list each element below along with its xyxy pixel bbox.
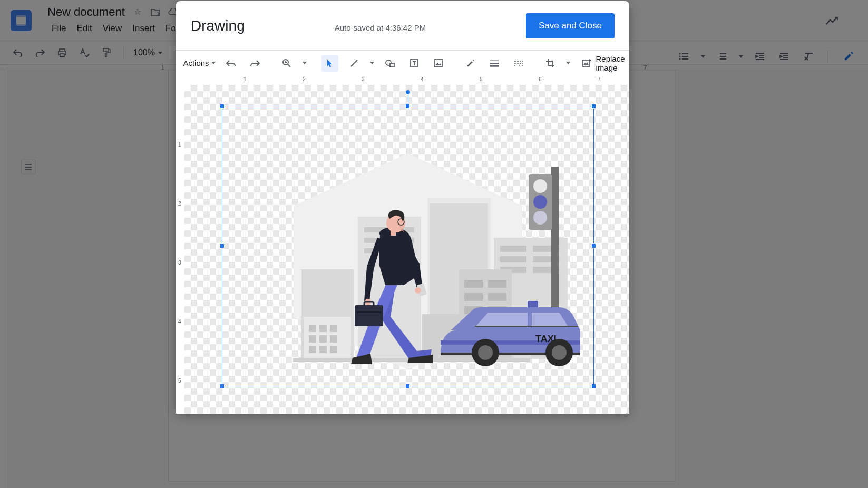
select-tool-icon[interactable] <box>321 55 338 72</box>
resize-handle-r[interactable] <box>591 243 596 248</box>
textbox-tool-icon[interactable] <box>406 55 423 72</box>
resize-handle-tl[interactable] <box>220 104 225 109</box>
canvas-horizontal-ruler: 1 2 3 4 5 6 7 <box>184 75 629 85</box>
crop-icon[interactable] <box>542 55 559 72</box>
svg-rect-8 <box>582 60 590 66</box>
drawing-toolbar: Actions Replace image <box>176 50 629 75</box>
resize-handle-t[interactable] <box>405 104 410 109</box>
drawing-canvas[interactable]: TAXI <box>184 85 629 414</box>
drawing-dialog: Drawing Auto-saved at 4:36:42 PM Save an… <box>176 1 629 414</box>
border-dash-icon[interactable] <box>510 55 527 72</box>
redo-icon[interactable] <box>247 55 264 72</box>
resize-handle-l[interactable] <box>220 243 225 248</box>
dialog-title: Drawing <box>191 17 245 34</box>
resize-handle-br[interactable] <box>591 384 596 388</box>
selection-box[interactable] <box>222 106 594 386</box>
chevron-down-icon[interactable] <box>303 62 307 64</box>
border-color-icon[interactable] <box>462 55 479 72</box>
chevron-down-icon[interactable] <box>370 62 374 64</box>
canvas-vertical-ruler: 1 2 3 4 5 <box>176 85 184 414</box>
zoom-icon[interactable] <box>278 55 295 72</box>
replace-image-button[interactable]: Replace image <box>602 55 619 72</box>
image-tool-icon[interactable] <box>430 55 447 72</box>
svg-rect-5 <box>390 63 394 67</box>
undo-icon[interactable] <box>222 55 239 72</box>
autosave-status: Auto-saved at 4:36:42 PM <box>335 23 426 32</box>
actions-menu[interactable]: Actions <box>191 55 208 72</box>
dialog-header: Drawing Auto-saved at 4:36:42 PM Save an… <box>176 1 629 50</box>
resize-handle-tr[interactable] <box>591 104 596 109</box>
drawing-canvas-area: 1 2 3 4 5 6 7 1 2 3 4 5 <box>176 75 629 414</box>
chevron-down-icon[interactable] <box>566 62 570 64</box>
rotate-handle[interactable] <box>405 90 411 95</box>
line-tool-icon[interactable] <box>346 55 363 72</box>
shape-tool-icon[interactable] <box>382 55 398 72</box>
reset-image-icon[interactable] <box>578 55 594 72</box>
svg-rect-7 <box>434 60 443 67</box>
save-and-close-button[interactable]: Save and Close <box>526 13 615 38</box>
resize-handle-b[interactable] <box>405 384 410 388</box>
resize-handle-bl[interactable] <box>220 384 225 388</box>
border-weight-icon[interactable] <box>486 55 503 72</box>
